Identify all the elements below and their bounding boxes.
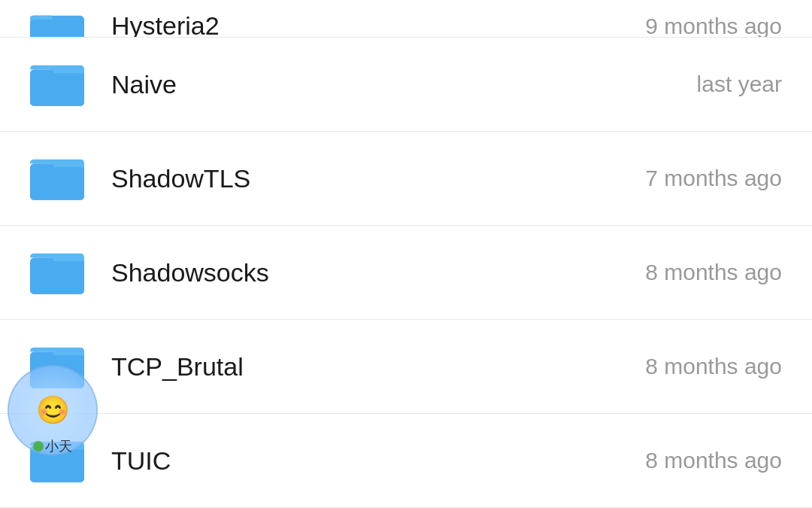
- file-date: 7 months ago: [645, 166, 782, 191]
- list-item[interactable]: Shadowsocks 8 months ago: [0, 226, 812, 320]
- folder-icon: [30, 156, 84, 201]
- svg-rect-6: [30, 168, 84, 200]
- file-name: Hysteria2: [111, 0, 645, 38]
- list-item[interactable]: Hysteria2 9 months ago: [0, 0, 812, 38]
- folder-icon: [30, 8, 84, 38]
- file-name: TUIC: [111, 446, 645, 476]
- folder-icon: [30, 250, 84, 295]
- file-name: ShadowTLS: [111, 164, 645, 193]
- file-date: 8 months ago: [645, 260, 782, 285]
- file-list: Hysteria2 9 months ago Naive last year S…: [0, 0, 812, 508]
- svg-rect-12: [30, 450, 84, 482]
- list-item[interactable]: TUIC 8 months ago: [0, 414, 812, 508]
- file-name: Naive: [111, 70, 697, 99]
- svg-rect-8: [30, 262, 84, 294]
- folder-icon: [30, 62, 84, 107]
- file-name: Shadowsocks: [111, 258, 645, 287]
- folder-icon: [30, 438, 84, 483]
- svg-rect-10: [30, 356, 84, 388]
- list-item[interactable]: ShadowTLS 7 months ago: [0, 132, 812, 226]
- file-name: TCP_Brutal: [111, 352, 645, 382]
- file-date: 8 months ago: [645, 354, 782, 379]
- file-date: last year: [697, 71, 782, 97]
- svg-rect-2: [30, 20, 84, 38]
- file-date: 9 months ago: [645, 0, 782, 38]
- folder-icon: [30, 344, 84, 389]
- list-item[interactable]: TCP_Brutal 8 months ago: [0, 320, 812, 414]
- list-item[interactable]: Naive last year: [0, 38, 812, 132]
- svg-rect-4: [30, 74, 84, 106]
- file-date: 8 months ago: [645, 448, 782, 473]
